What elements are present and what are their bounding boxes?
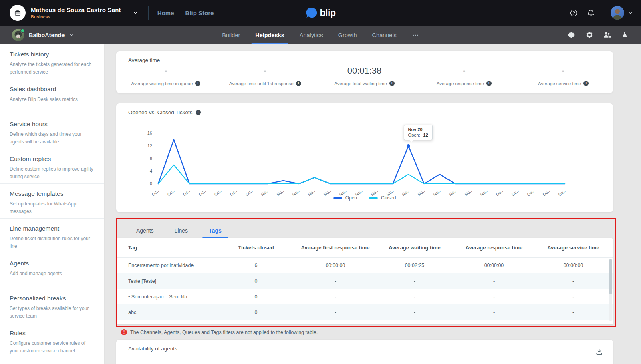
sidebar-item-title: Rules	[10, 330, 96, 337]
average-time-card: Average time -Average waiting time in qu…	[116, 51, 613, 93]
main-content: Average time -Average waiting time in qu…	[104, 44, 641, 364]
table-cell: abc	[116, 304, 216, 320]
availability-title: Availability of agents	[128, 346, 177, 352]
average-time-title: Average time	[128, 57, 160, 63]
tab-analytics[interactable]: Analytics	[300, 26, 323, 44]
topbar-nav: HomeBlip Store	[157, 10, 214, 16]
table-cell: Teste [Teste]	[116, 273, 216, 289]
sidebar-item-description: Add and manage agents	[10, 270, 96, 278]
bot-avatar	[12, 29, 24, 41]
metrics-tab-tags[interactable]: Tags	[209, 227, 222, 234]
sidebar-item-title: Message templates	[10, 190, 96, 197]
column-header: Average service time	[534, 238, 613, 257]
table-cell: 6	[216, 257, 296, 273]
extensions-icon[interactable]	[567, 31, 576, 39]
metrics-tabs: AgentsLinesTags	[116, 222, 613, 238]
sidebar-item-description: Analyze Blip Desk sales metrics	[10, 96, 96, 103]
table-cell: -	[296, 289, 375, 304]
tooltip-series-label: Open:	[408, 133, 420, 137]
experiments-icon[interactable]	[620, 31, 629, 39]
bot-selector[interactable]: BalboAtende	[0, 29, 74, 41]
topbar-link-blip-store[interactable]: Blip Store	[185, 10, 214, 16]
organization-avatar[interactable]	[10, 5, 26, 21]
stat-label: Average total waiting timei	[334, 81, 394, 86]
table-cell: -	[534, 304, 613, 320]
table-row: abc0----	[116, 304, 613, 320]
stat-label-text: Average service time	[538, 81, 581, 86]
column-header: Tag	[116, 238, 216, 257]
tab-builder[interactable]: Builder	[222, 26, 240, 44]
account-meta: Matheus de Souza Castro Sant Business	[31, 6, 121, 19]
stat-label: Average waiting time in queuei	[131, 81, 200, 86]
warning-icon: !	[121, 329, 127, 335]
metrics-tab-lines[interactable]: Lines	[175, 227, 188, 234]
metrics-tab-agents[interactable]: Agents	[136, 227, 154, 234]
column-header: Average first response time	[296, 238, 375, 257]
help-icon[interactable]	[565, 9, 582, 17]
tags-table-card: TagTickets closedAverage first response …	[116, 238, 613, 324]
sidebar-item-custom-replies[interactable]: Custom repliesDefine custom replies to i…	[0, 149, 104, 184]
info-icon[interactable]: i	[195, 81, 200, 86]
blip-logo-text: blip	[320, 8, 336, 18]
sidebar: Tickets historyAnalyze the tickets gener…	[0, 44, 104, 364]
tab-growth[interactable]: Growth	[338, 26, 357, 44]
sidebar-item-personalized-breaks[interactable]: Personalized breaksSet types of breaks a…	[0, 288, 104, 323]
account-name: Matheus de Souza Castro Sant	[31, 6, 121, 13]
info-icon[interactable]: i	[486, 81, 492, 86]
stat-4: -Average service timei	[514, 66, 613, 93]
tags-table: TagTickets closedAverage first response …	[116, 238, 613, 320]
sidebar-item-description: Define which days and times your agents …	[10, 131, 96, 145]
chart-legend: OpenClosed	[116, 195, 613, 201]
table-cell: -	[534, 289, 613, 304]
team-icon[interactable]	[603, 31, 611, 39]
info-icon[interactable]: i	[296, 81, 301, 86]
table-cell: 00:00:00	[534, 257, 613, 273]
more-menu-icon[interactable]	[412, 26, 419, 44]
sidebar-item-agents[interactable]: AgentsAdd and manage agents	[0, 253, 104, 288]
tab-helpdesks[interactable]: Helpdesks	[255, 26, 284, 44]
table-cell: -	[454, 289, 534, 304]
sidebar-item-title: Personalized breaks	[10, 295, 96, 302]
table-header: TagTickets closedAverage first response …	[116, 238, 613, 257]
column-header: Average response time	[454, 238, 534, 257]
download-button[interactable]	[595, 348, 603, 358]
sidebar-item-line-management[interactable]: Line managementDefine ticket distributio…	[0, 219, 104, 253]
stat-3: -Average response timei	[414, 66, 514, 93]
user-avatar[interactable]	[611, 6, 624, 20]
account-chevron-down-icon[interactable]	[132, 10, 139, 16]
notifications-icon[interactable]	[582, 9, 599, 17]
legend-item-open: Open	[333, 195, 357, 201]
sidebar-item-rules[interactable]: RulesConfigure customer service rules of…	[0, 323, 104, 358]
topbar-link-home[interactable]: Home	[157, 10, 174, 16]
table-scrollbar-thumb[interactable]	[609, 259, 612, 294]
user-menu-chevron-down-icon[interactable]	[628, 10, 633, 16]
table-cell: -	[375, 273, 454, 289]
column-header: Average waiting time	[375, 238, 454, 257]
table-row: Teste [Teste]0----	[116, 273, 613, 289]
sidebar-item-description: Define ticket distribution rules for you…	[10, 235, 96, 250]
table-header-row: TagTickets closedAverage first response …	[116, 238, 613, 257]
sidebar-item-title: Service hours	[10, 121, 96, 128]
stat-2: 00:01:38Average total waiting timei	[315, 66, 414, 93]
sidebar-item-message-templates[interactable]: Message templatesSet up templates for Wh…	[0, 184, 104, 219]
account-switcher: Matheus de Souza Castro Sant Business Ho…	[0, 5, 214, 21]
sidebar-item-service-hours[interactable]: Service hoursDefine which days and times…	[0, 114, 104, 149]
info-icon[interactable]: i	[583, 81, 589, 86]
availability-card: Availability of agents	[116, 340, 613, 364]
table-body: Encerramento por inatividade600:00:0000:…	[116, 257, 613, 320]
tab-channels[interactable]: Channels	[372, 26, 397, 44]
table-cell: Encerramento por inatividade	[116, 257, 216, 273]
table-cell: -	[454, 273, 534, 289]
series-open-line	[158, 140, 565, 184]
stat-label-text: Average total waiting time	[334, 81, 387, 86]
table-cell: -	[454, 304, 534, 320]
stat-value: -	[463, 66, 465, 76]
sidebar-item-tickets-history[interactable]: Tickets historyAnalyze the tickets gener…	[0, 44, 104, 79]
screen: Matheus de Souza Castro Sant Business Ho…	[0, 0, 641, 364]
settings-icon[interactable]	[585, 31, 594, 39]
sidebar-item-sales-dashboard[interactable]: Sales dashboardAnalyze Blip Desk sales m…	[0, 79, 104, 114]
tooltip-data-point	[407, 144, 410, 148]
info-icon[interactable]: i	[389, 81, 395, 86]
table-cell: 00:00:00	[454, 257, 534, 273]
sidebar-item-description: Analyze the tickets generated for each p…	[10, 61, 96, 76]
